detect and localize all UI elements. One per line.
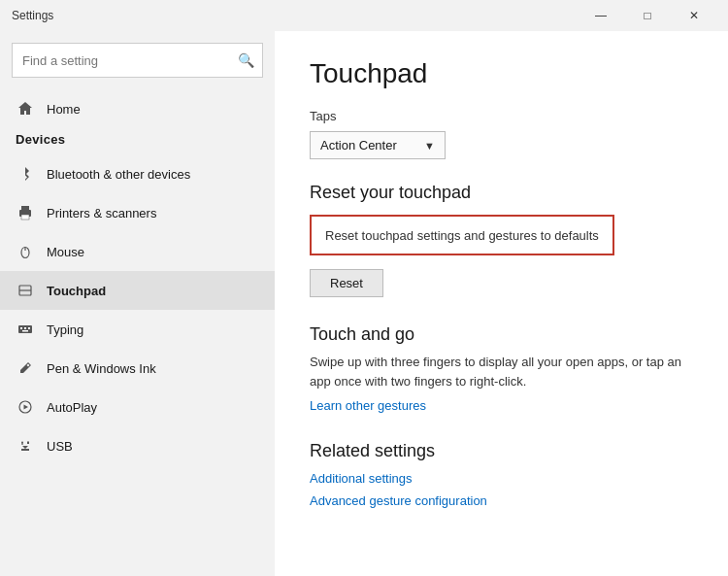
touch-section: Touch and go Swipe up with three fingers… bbox=[310, 324, 693, 414]
reset-button[interactable]: Reset bbox=[310, 269, 383, 297]
additional-settings-link[interactable]: Additional settings bbox=[310, 471, 693, 486]
sidebar: 🔍 Home Devices Bluetooth & other devices… bbox=[0, 31, 275, 576]
svg-rect-9 bbox=[20, 327, 22, 329]
chevron-down-icon: ▼ bbox=[424, 140, 435, 152]
touchpad-icon bbox=[16, 281, 35, 300]
sidebar-item-label: Typing bbox=[47, 322, 83, 337]
sidebar-item-label: Mouse bbox=[47, 245, 84, 259]
sidebar-item-label: Bluetooth & other devices bbox=[47, 167, 190, 182]
advanced-gesture-link[interactable]: Advanced gesture configuration bbox=[310, 493, 693, 508]
main-layout: 🔍 Home Devices Bluetooth & other devices… bbox=[0, 31, 728, 576]
touch-description: Swipe up with three fingers to display a… bbox=[310, 353, 693, 390]
sidebar-item-mouse[interactable]: Mouse bbox=[0, 232, 275, 271]
reset-description-box: Reset touchpad settings and gestures to … bbox=[310, 215, 614, 255]
typing-icon bbox=[16, 320, 35, 339]
svg-rect-10 bbox=[24, 327, 26, 329]
svg-rect-2 bbox=[21, 215, 29, 220]
pen-icon bbox=[16, 358, 35, 378]
svg-rect-1 bbox=[21, 206, 29, 210]
sidebar-item-label: AutoPlay bbox=[47, 400, 97, 415]
taps-dropdown[interactable]: Action Center ▼ bbox=[310, 131, 446, 159]
home-icon bbox=[16, 99, 35, 119]
window-controls: — □ ✕ bbox=[579, 0, 716, 31]
content-area: Touchpad Taps Action Center ▼ Reset your… bbox=[275, 31, 728, 576]
minimize-button[interactable]: — bbox=[579, 0, 623, 31]
search-icon: 🔍 bbox=[238, 52, 254, 68]
search-button[interactable]: 🔍 bbox=[228, 43, 263, 78]
related-section: Related settings Additional settings Adv… bbox=[310, 441, 693, 508]
sidebar-item-printers[interactable]: Printers & scanners bbox=[0, 193, 275, 232]
sidebar-item-label: Touchpad bbox=[47, 284, 106, 298]
sidebar-item-label: Printers & scanners bbox=[47, 206, 156, 220]
printer-icon bbox=[16, 203, 35, 222]
autoplay-icon bbox=[16, 397, 35, 417]
search-box: 🔍 bbox=[12, 43, 263, 78]
mouse-icon bbox=[16, 242, 35, 261]
dropdown-value: Action Center bbox=[320, 138, 397, 152]
svg-marker-14 bbox=[24, 405, 29, 410]
sidebar-item-label: Home bbox=[47, 102, 81, 117]
bluetooth-icon bbox=[16, 164, 35, 184]
reset-section: Reset your touchpad Reset touchpad setti… bbox=[310, 183, 693, 297]
reset-description-text: Reset touchpad settings and gestures to … bbox=[325, 228, 599, 243]
usb-icon bbox=[16, 436, 35, 456]
taps-label: Taps bbox=[310, 109, 693, 123]
touch-section-title: Touch and go bbox=[310, 324, 693, 345]
sidebar-item-usb[interactable]: USB bbox=[0, 426, 275, 465]
sidebar-item-bluetooth[interactable]: Bluetooth & other devices bbox=[0, 154, 275, 193]
taps-section: Taps Action Center ▼ bbox=[310, 109, 693, 159]
search-input[interactable] bbox=[12, 43, 263, 78]
sidebar-section-label: Devices bbox=[0, 128, 275, 154]
sidebar-item-pen[interactable]: Pen & Windows Ink bbox=[0, 349, 275, 388]
svg-rect-18 bbox=[27, 442, 29, 445]
close-button[interactable]: ✕ bbox=[672, 0, 716, 31]
app-title: Settings bbox=[12, 9, 53, 22]
related-section-title: Related settings bbox=[310, 441, 693, 461]
sidebar-item-home[interactable]: Home bbox=[0, 89, 275, 128]
svg-rect-11 bbox=[28, 327, 30, 329]
svg-rect-3 bbox=[22, 212, 24, 213]
maximize-button[interactable]: □ bbox=[625, 0, 670, 31]
sidebar-item-label: Pen & Windows Ink bbox=[47, 361, 156, 376]
sidebar-item-typing[interactable]: Typing bbox=[0, 310, 275, 349]
svg-point-17 bbox=[21, 442, 23, 444]
reset-section-title: Reset your touchpad bbox=[310, 183, 693, 203]
title-bar: Settings — □ ✕ bbox=[0, 0, 728, 31]
page-title: Touchpad bbox=[310, 58, 693, 89]
svg-rect-12 bbox=[22, 330, 28, 332]
learn-gestures-link[interactable]: Learn other gestures bbox=[310, 398, 426, 413]
sidebar-item-autoplay[interactable]: AutoPlay bbox=[0, 388, 275, 426]
sidebar-item-touchpad[interactable]: Touchpad bbox=[0, 271, 275, 310]
sidebar-item-label: USB bbox=[47, 439, 73, 454]
